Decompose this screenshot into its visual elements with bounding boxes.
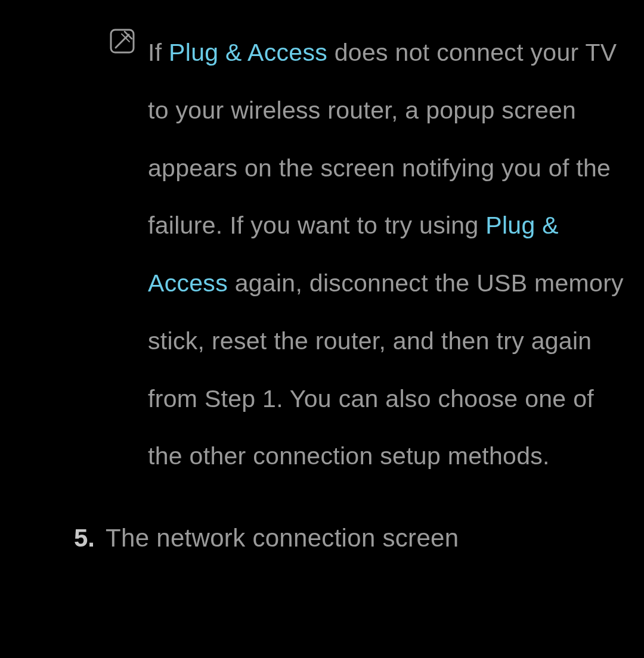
step-number: 5. — [74, 521, 95, 556]
note-text-segment: again, disconnect the USB memory stick, … — [148, 269, 624, 470]
note-icon — [109, 27, 136, 55]
note-block: If Plug & Access does not connect your T… — [109, 24, 632, 485]
step-text: The network connection screen — [106, 521, 459, 556]
highlight-plug-and-access: Plug & Access — [169, 39, 327, 66]
note-paragraph: If Plug & Access does not connect your T… — [148, 24, 632, 485]
note-text-segment: does not connect your TV to your wireles… — [148, 39, 617, 239]
note-text-segment: If — [148, 39, 169, 66]
step-block: 5. The network connection screen — [74, 521, 632, 556]
